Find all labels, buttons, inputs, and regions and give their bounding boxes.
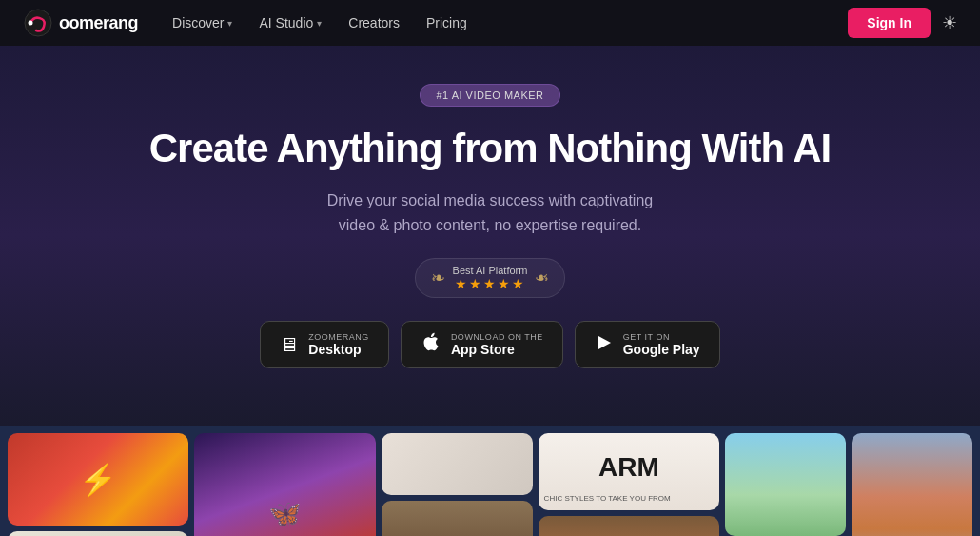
award-row: ❧ Best AI Platform ★★★★★ ❧: [19, 258, 961, 298]
grid-item-white[interactable]: [382, 433, 533, 494]
laurel-right-icon: ❧: [535, 268, 549, 288]
grid-col-1: [8, 433, 188, 536]
grid-item-warrior[interactable]: [194, 433, 375, 536]
grid-item-redhead[interactable]: [539, 516, 719, 536]
googleplay-sub-label: GET IT ON: [623, 332, 700, 342]
award-text-group: Best AI Platform ★★★★★: [453, 265, 528, 291]
cta-buttons: 🖥 Zoomerang Desktop Download on the App …: [19, 321, 961, 368]
hero-title: Create Anything from Nothing With AI: [19, 126, 961, 171]
google-play-button[interactable]: GET IT ON Google Play: [575, 321, 720, 368]
image-grid-wrapper: CHIC STYLES TO TAKE YOU FROM: [0, 426, 980, 536]
chevron-down-icon: ▾: [317, 18, 322, 29]
grid-col-6: [852, 433, 972, 536]
nav-discover[interactable]: Discover ▾: [161, 10, 244, 36]
award-stars: ★★★★★: [455, 276, 526, 291]
googleplay-main-label: Google Play: [623, 342, 700, 357]
chevron-down-icon: ▾: [227, 18, 232, 29]
apple-icon: [421, 331, 441, 358]
play-icon: [595, 333, 614, 357]
award-badge: ❧ Best AI Platform ★★★★★ ❧: [415, 258, 566, 298]
theme-toggle-button[interactable]: ☀: [942, 12, 957, 33]
desktop-download-button[interactable]: 🖥 Zoomerang Desktop: [260, 321, 389, 368]
image-grid: CHIC STYLES TO TAKE YOU FROM: [0, 426, 980, 536]
nav-ai-studio[interactable]: AI Studio ▾: [247, 10, 333, 36]
navbar: oomerang Discover ▾ AI Studio ▾ Creators…: [0, 0, 980, 46]
appstore-sub-label: Download on the: [451, 332, 543, 342]
nav-creators[interactable]: Creators: [337, 10, 411, 36]
grid-item-stripes[interactable]: [852, 433, 972, 536]
grid-item-world[interactable]: [8, 531, 188, 536]
grid-col-4: CHIC STYLES TO TAKE YOU FROM: [539, 433, 719, 536]
svg-point-1: [29, 21, 33, 26]
grid-item-portrait[interactable]: [382, 501, 533, 536]
nav-links: Discover ▾ AI Studio ▾ Creators Pricing: [161, 10, 840, 36]
app-store-button[interactable]: Download on the App Store: [401, 321, 563, 368]
logo[interactable]: oomerang: [23, 8, 138, 38]
logo-text: oomerang: [59, 13, 138, 33]
appstore-main-label: App Store: [451, 342, 543, 357]
award-text: Best AI Platform: [453, 265, 528, 276]
grid-item-armor[interactable]: CHIC STYLES TO TAKE YOU FROM: [539, 433, 719, 510]
desktop-main-label: Desktop: [308, 342, 369, 357]
laurel-left-icon: ❧: [431, 268, 445, 288]
nav-right: Sign In ☀: [848, 8, 957, 38]
grid-col-5: [725, 433, 846, 536]
grid-col-2: [194, 433, 375, 536]
desktop-icon: 🖥: [280, 334, 299, 356]
hero-section: #1 AI VIDEO MAKER Create Anything from N…: [0, 46, 980, 426]
hero-subtitle: Drive your social media success with cap…: [309, 189, 671, 237]
grid-col-3: [382, 433, 533, 536]
grid-item-flash[interactable]: [8, 433, 188, 526]
nav-pricing[interactable]: Pricing: [415, 10, 479, 36]
hero-badge: #1 AI VIDEO MAKER: [420, 84, 559, 107]
grid-item-field[interactable]: [725, 433, 846, 535]
sign-in-button[interactable]: Sign In: [848, 8, 931, 38]
desktop-sub-label: Zoomerang: [308, 332, 369, 342]
